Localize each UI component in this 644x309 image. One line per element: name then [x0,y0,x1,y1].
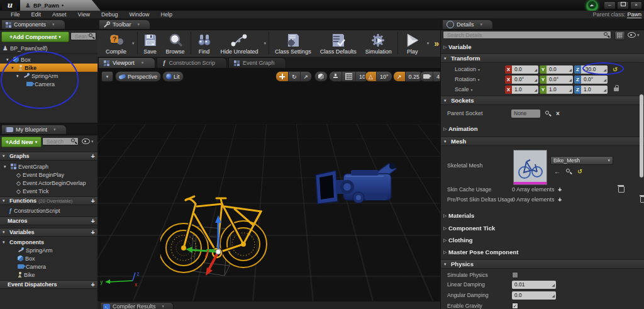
browse-to-asset-icon[interactable] [566,169,572,174]
rotation-z-field[interactable]: 0.0°◢ [581,76,608,84]
parent-socket-field[interactable]: None [511,110,540,118]
trash-icon[interactable] [618,186,625,193]
sockets-section-header[interactable]: ▾ Sockets [441,96,644,105]
tree-row-root[interactable]: ♟ BP_Pawn(self) [0,44,97,52]
drag-handle-icon[interactable]: ◢ [603,87,606,92]
component-tick-section-header[interactable]: ▷ Component Tick [441,223,644,233]
play-options-caret[interactable]: ▾ [427,41,430,46]
menu-edit[interactable]: Edit [26,11,47,18]
scale-z-field[interactable]: 1.0◢ [581,86,608,94]
expander-icon[interactable]: ▾ [16,74,21,79]
compiler-results-tab[interactable]: ›_ Compiler Results ▾ [100,302,174,309]
location-x-field[interactable]: 0.0◢ [512,65,538,74]
rotation-snap-value[interactable]: 10° [377,72,392,81]
transform-gizmo[interactable] [184,213,228,279]
rotation-y-field[interactable]: 0.0°◢ [547,76,573,84]
drag-handle-icon[interactable]: ◢ [603,67,606,72]
menu-debug[interactable]: Debug [96,11,124,18]
close-button[interactable]: × [630,1,642,9]
tab-event-graph[interactable]: Event Graph [228,57,287,68]
event-beginplay-row[interactable]: ◇ Event BeginPlay [0,171,97,179]
add-macro-button[interactable]: + [91,218,95,224]
reset-to-default-icon[interactable]: ↺ [577,168,582,175]
variables-components-group[interactable]: ▾ Components [0,238,97,246]
variable-springarm-row[interactable]: SpringArm [0,246,97,254]
tab-construction-script[interactable]: ƒ Construction Scrip [157,57,227,68]
coordinate-space-toggle[interactable] [314,71,328,82]
macros-header[interactable]: Macros + [0,216,97,225]
constructionscript-row[interactable]: ƒ ConstructionScript [0,206,97,215]
drag-handle-icon[interactable]: ◢ [552,293,555,298]
property-matrix-button[interactable] [614,31,625,40]
rotation-x-field[interactable]: 0.0°◢ [512,76,538,84]
skeletal-mesh-thumbnail[interactable] [513,150,547,185]
rotation-label[interactable]: Rotation [455,76,476,82]
menu-window[interactable]: Window [123,11,155,18]
drag-handle-icon[interactable]: ◢ [534,67,537,72]
toolbar-overflow-chevron[interactable]: » [434,38,439,48]
drag-handle-icon[interactable]: ◢ [534,87,537,92]
trash-icon[interactable] [640,196,644,203]
class-settings-button[interactable]: Class Settings [270,30,316,57]
variable-section-header[interactable]: ▷ Variable [441,42,644,52]
drag-handle-icon[interactable]: ◢ [534,77,537,82]
drag-handle-icon[interactable]: ◢ [603,77,606,82]
scale-snap-button[interactable]: ↗ [394,72,406,81]
search-icon[interactable] [545,111,551,116]
tab-viewport[interactable]: Viewport ▾ [98,57,155,68]
reset-to-default-icon[interactable]: ↺ [613,66,618,73]
use-selected-icon[interactable]: ← [554,168,560,175]
move-tool-button[interactable] [276,72,289,81]
expander-icon[interactable]: ▾ [6,57,11,62]
components-tab[interactable]: Components ▾ [1,20,65,29]
variable-box-row[interactable]: Box [0,254,97,262]
add-array-element-button[interactable]: + [558,196,562,203]
menu-help[interactable]: Help [155,11,178,18]
rotate-tool-button[interactable]: ↻ [289,72,301,81]
components-search[interactable] [70,32,96,40]
add-function-button[interactable]: + [91,198,95,204]
simulate-physics-checkbox[interactable] [512,272,518,278]
event-tick-row[interactable]: ◇ Event Tick [0,187,97,195]
lit-button[interactable]: Lit [162,71,184,82]
viewport-options-button[interactable]: ▾ [101,71,113,82]
drag-handle-icon[interactable]: ◢ [552,283,555,287]
my-blueprint-tab[interactable]: My Blueprint ▾ [1,125,67,134]
toolbar-tab[interactable]: Toolbar ▾ [99,20,150,29]
compile-options-caret[interactable]: ▾ [132,41,135,46]
linear-damping-field[interactable]: 0.01◢ [512,281,556,289]
location-label[interactable]: Location [455,66,476,72]
add-dispatcher-button[interactable]: + [91,281,95,288]
drag-handle-icon[interactable]: ◢ [569,77,572,82]
details-tab[interactable]: Details ▾ [442,20,493,29]
play-button[interactable]: Play [399,30,426,57]
details-search[interactable] [443,31,611,39]
expander-icon[interactable]: ▾ [11,65,16,70]
my-blueprint-search[interactable] [42,137,79,145]
scale-x-field[interactable]: 1.0◢ [512,86,538,94]
materials-section-header[interactable]: ▷ Materials [441,211,644,220]
visibility-filter[interactable]: ▾ [82,138,94,144]
variables-header[interactable]: ▾ Variables + [0,228,97,237]
class-defaults-button[interactable]: Class Defaults [316,30,361,57]
scale-label[interactable]: Scale [455,86,469,93]
find-button[interactable]: Find [192,30,216,57]
details-scrollbar[interactable] [640,94,643,177]
grid-snap-button[interactable] [342,72,356,81]
hide-unrelated-caret[interactable]: ▾ [264,41,267,46]
tree-row-bike[interactable]: ▾ Bike [0,64,97,72]
eventgraph-row[interactable]: ▾ EventGraph [0,162,97,171]
perspective-button[interactable]: Perspective [115,71,161,82]
expander-icon[interactable]: ▾ [4,164,9,169]
scale-y-field[interactable]: 1.0◢ [547,86,573,94]
lock-icon[interactable] [614,87,619,91]
animation-section-header[interactable]: ▷ Animation [441,124,644,133]
add-component-button[interactable]: +Add Component ▾ [1,31,69,42]
clothing-section-header[interactable]: ▷ Clothing [441,235,644,245]
clear-socket-icon[interactable]: × [556,110,560,117]
details-view-options[interactable]: ▾ [628,32,640,38]
event-actorbeginoverlap-row[interactable]: ◇ Event ActorBeginOverlap [0,179,97,187]
drag-handle-icon[interactable]: ◢ [569,87,572,92]
enable-gravity-checkbox[interactable]: ✓ [512,303,518,309]
surface-snap-button[interactable] [330,72,342,81]
